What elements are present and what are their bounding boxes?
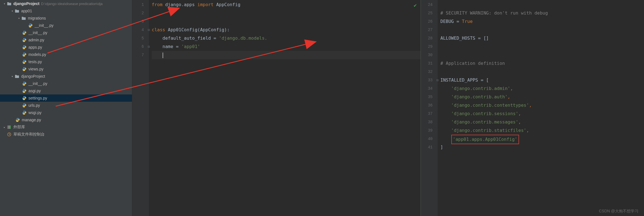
tree-label: manage.py <box>22 118 41 122</box>
code-area[interactable]: # SECURITY WARNING: don't run with debug… <box>438 0 644 216</box>
python-file-icon <box>22 45 27 50</box>
tree-label: tests.py <box>28 60 42 64</box>
tree-file[interactable]: urls.py <box>0 102 132 109</box>
svg-point-3 <box>25 34 25 34</box>
tree-label: migrations <box>28 16 46 20</box>
chevron-down-icon: ▾ <box>10 75 15 78</box>
tree-file[interactable]: manage.py <box>0 116 132 124</box>
tree-label: settings.py <box>28 96 47 100</box>
fold-icon[interactable]: ⊟ <box>148 26 150 34</box>
tree-scratches[interactable]: 草稿文件和控制台 <box>0 131 132 138</box>
editor-gutter: 1 2 3 4 5 6 7 <box>132 0 149 216</box>
tree-label: __init__.py <box>35 23 54 28</box>
python-file-icon <box>22 52 27 57</box>
tree-file[interactable]: models.py <box>0 51 132 58</box>
tree-label: __init__.py <box>28 81 47 86</box>
tree-label: __init__.py <box>28 30 47 35</box>
tree-file[interactable]: tests.py <box>0 58 132 65</box>
tree-label: 草稿文件和控制台 <box>13 132 45 137</box>
python-file-icon <box>22 103 27 108</box>
tree-root[interactable]: ▾ djangoProject D:\django idea\disease p… <box>0 0 132 7</box>
scratch-icon <box>7 132 12 137</box>
python-file-icon <box>22 96 27 101</box>
library-icon <box>7 125 12 130</box>
svg-point-6 <box>23 46 24 46</box>
svg-point-7 <box>25 48 25 49</box>
tree-file[interactable]: __init__.py <box>0 80 132 87</box>
tree-app01[interactable]: ▾ app01 <box>0 7 132 15</box>
svg-point-23 <box>25 114 25 114</box>
folder-icon <box>15 8 20 13</box>
tree-file[interactable]: __init__.py <box>0 29 132 36</box>
svg-point-25 <box>18 121 18 122</box>
svg-point-13 <box>25 70 25 71</box>
inspection-ok-icon[interactable]: ✔ <box>414 2 417 8</box>
svg-point-24 <box>17 118 17 119</box>
code-area[interactable]: from django.apps import AppConfig ⊟class… <box>149 0 421 216</box>
svg-point-8 <box>23 53 24 53</box>
svg-point-4 <box>23 38 24 39</box>
project-tree[interactable]: ▾ djangoProject D:\django idea\disease p… <box>0 0 132 216</box>
svg-point-12 <box>23 67 24 68</box>
svg-point-20 <box>23 104 24 104</box>
svg-rect-26 <box>8 125 8 129</box>
svg-point-2 <box>23 31 24 32</box>
python-file-icon <box>15 117 20 122</box>
svg-point-1 <box>31 27 31 27</box>
tree-label: admin.py <box>28 38 44 42</box>
tree-label: 外部库 <box>13 125 25 130</box>
tree-file-apps[interactable]: apps.py <box>0 44 132 51</box>
editor-gutter: 242526272829303132333435363738394041 <box>421 0 438 216</box>
tree-label: djangoProject <box>13 1 39 6</box>
svg-point-16 <box>23 89 24 90</box>
tree-file[interactable]: __init__.py <box>0 22 132 29</box>
tree-label: wsgi.py <box>28 110 42 115</box>
svg-point-22 <box>23 111 24 111</box>
svg-point-15 <box>25 85 25 85</box>
folder-icon <box>15 74 20 79</box>
chevron-right-icon: ▸ <box>2 125 7 129</box>
tree-label: models.py <box>28 52 46 57</box>
python-file-icon <box>22 81 27 86</box>
tree-file-settings[interactable]: settings.py <box>0 94 132 102</box>
tree-external-libs[interactable]: ▸ 外部库 <box>0 124 132 131</box>
python-file-icon <box>22 88 27 93</box>
python-file-icon <box>22 59 27 64</box>
python-file-icon <box>22 30 27 35</box>
svg-rect-27 <box>9 125 9 129</box>
editor-settings-py[interactable]: 242526272829303132333435363738394041 # S… <box>421 0 644 216</box>
editor-apps-py[interactable]: 1 2 3 4 5 6 7 from django.apps import Ap… <box>132 0 421 216</box>
tree-migrations[interactable]: ▾ migrations <box>0 15 132 22</box>
svg-point-18 <box>23 96 24 97</box>
tree-file[interactable]: wsgi.py <box>0 109 132 116</box>
tree-file[interactable]: admin.py <box>0 36 132 44</box>
tree-label: apps.py <box>28 45 42 49</box>
python-file-icon <box>22 67 27 72</box>
tree-proj[interactable]: ▾ djangoProject <box>0 73 132 80</box>
tree-label: urls.py <box>28 103 40 108</box>
svg-point-19 <box>25 99 25 100</box>
chevron-down-icon: ▾ <box>17 16 21 20</box>
svg-point-0 <box>30 24 30 24</box>
folder-icon <box>21 16 26 21</box>
python-file-icon <box>22 110 27 115</box>
svg-point-9 <box>25 56 25 56</box>
tree-file[interactable]: asgi.py <box>0 87 132 94</box>
chevron-down-icon: ▾ <box>10 9 15 13</box>
python-file-icon <box>22 37 27 42</box>
fold-end-icon[interactable]: ⊟ <box>148 42 150 51</box>
tree-label: asgi.py <box>28 89 41 93</box>
watermark: CSDN @大炮不想学习 <box>599 209 638 214</box>
svg-point-21 <box>25 106 25 107</box>
svg-point-11 <box>25 63 25 63</box>
svg-point-17 <box>25 92 25 92</box>
fold-icon[interactable]: ⊟ <box>436 76 438 84</box>
text-caret <box>163 53 163 58</box>
tree-label: app01 <box>21 9 32 13</box>
tree-label: djangoProject <box>21 74 45 79</box>
svg-point-14 <box>23 82 24 82</box>
tree-path: D:\django idea\disease predication\dja <box>41 2 102 6</box>
tree-file[interactable]: views.py <box>0 65 132 73</box>
annotation-highlight: 'app01.apps.App01Config' <box>451 135 519 144</box>
svg-rect-28 <box>10 125 11 129</box>
